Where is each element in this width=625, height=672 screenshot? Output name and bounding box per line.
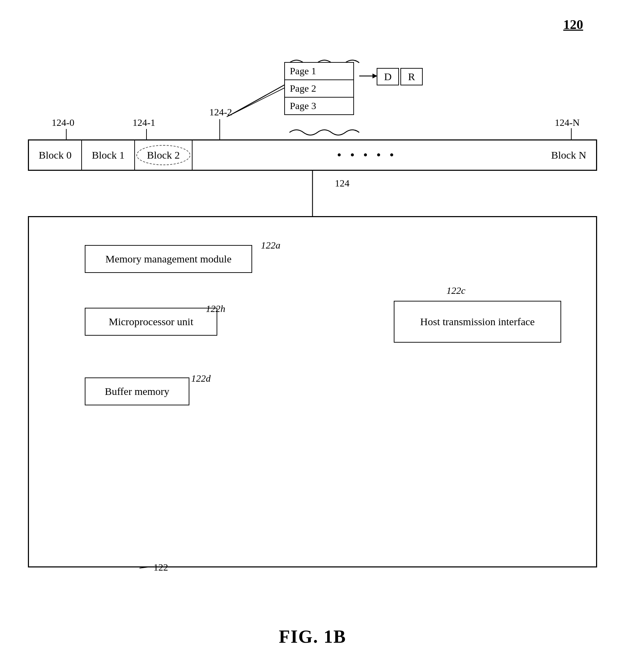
page-stack-label: 124 xyxy=(335,178,349,189)
figure-number: 120 xyxy=(563,17,583,32)
block-2-cell: Block 2 xyxy=(136,145,190,165)
block-0-cell: Block 0 xyxy=(29,140,82,170)
module-ref-122d: 122d xyxy=(191,373,211,384)
block-row-container: Block 0 Block 1 Block 2 • • • • • Block … xyxy=(28,139,597,171)
dr-boxes: D R xyxy=(377,68,423,85)
figure-caption: FIG. 1B xyxy=(279,626,346,647)
host-transmission-interface: Host transmission interface xyxy=(394,301,561,343)
memory-management-label: Memory management module xyxy=(105,253,232,265)
buffer-memory: Buffer memory xyxy=(85,377,189,405)
memory-management-module: Memory management module xyxy=(85,245,252,273)
block-N-cell: Block N xyxy=(541,140,596,170)
block-dots: • • • • • xyxy=(193,140,542,170)
controller-box: Memory management module Microprocessor … xyxy=(28,216,597,567)
buffer-memory-label: Buffer memory xyxy=(105,385,169,397)
label-block-0: 124-0 xyxy=(52,117,74,128)
block-2-wrapper: Block 2 xyxy=(135,140,192,170)
r-box: R xyxy=(400,68,423,85)
page-container: 120 xyxy=(0,0,625,672)
table-row: Page 1 xyxy=(285,62,354,80)
module-ref-122h: 122h xyxy=(206,303,225,314)
page-stack: Page 1 Page 2 Page 3 xyxy=(283,52,356,123)
block-row: Block 0 Block 1 Block 2 • • • • • Block … xyxy=(28,139,597,171)
table-row: Page 3 xyxy=(285,97,354,115)
controller-label: 122 xyxy=(153,562,168,573)
label-block-N: 124-N xyxy=(555,117,580,128)
page-3-cell: Page 3 xyxy=(285,97,354,115)
label-block-1: 124-1 xyxy=(133,117,155,128)
d-box: D xyxy=(377,68,399,85)
label-block-2: 124-2 xyxy=(209,107,232,118)
module-ref-122a: 122a xyxy=(261,240,280,251)
page-1-cell: Page 1 xyxy=(285,62,354,80)
microprocessor-label: Microprocessor unit xyxy=(109,316,193,328)
host-interface-label: Host transmission interface xyxy=(420,316,535,328)
page-2-cell: Page 2 xyxy=(285,80,354,97)
page-table: Page 1 Page 2 Page 3 xyxy=(284,62,354,115)
microprocessor-unit: Microprocessor unit xyxy=(85,308,217,336)
module-ref-122c: 122c xyxy=(446,285,465,296)
table-row: Page 2 xyxy=(285,80,354,97)
block-1-cell: Block 1 xyxy=(82,140,135,170)
